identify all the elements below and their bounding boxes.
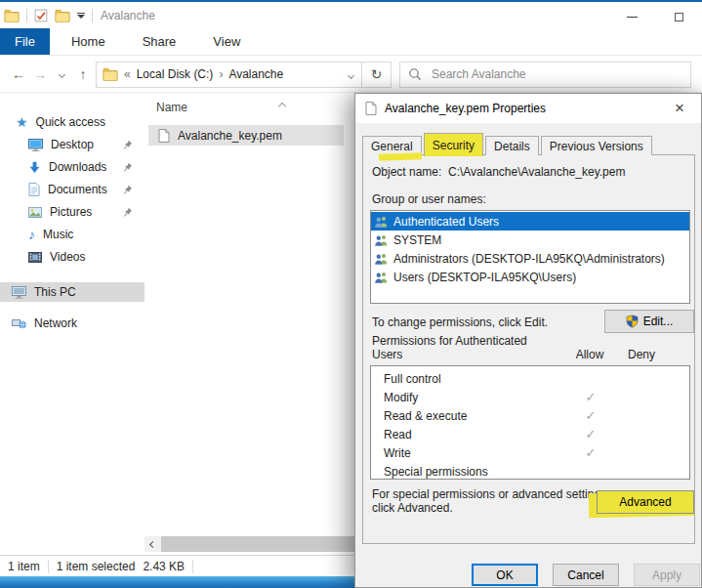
breadcrumb-item-local-disk[interactable]: Local Disk (C:): [137, 67, 214, 81]
address-dropdown-button[interactable]: [349, 67, 355, 81]
dialog-titlebar: Avalanche_key.pem Properties ×: [355, 94, 701, 123]
picture-icon: [28, 207, 42, 218]
edit-button[interactable]: Edit...: [604, 310, 694, 333]
up-button[interactable]: ↑: [72, 66, 94, 82]
group-name: SYSTEM: [393, 233, 441, 247]
sidebar-item-quick-access[interactable]: ★ Quick access: [0, 112, 145, 132]
column-header-name[interactable]: Name: [156, 101, 187, 114]
breadcrumb-separator: ›: [219, 67, 223, 81]
group-name: Administrators (DESKTOP-ILA95KQ\Administ…: [393, 252, 665, 266]
breadcrumb[interactable]: « Local Disk (C:) › Avalanche: [96, 62, 362, 88]
group-row-administrators[interactable]: Administrators (DESKTOP-ILA95KQ\Administ…: [371, 249, 689, 268]
permission-row-read: Read ✓: [371, 425, 689, 443]
qat-newfolder-button[interactable]: [55, 9, 70, 22]
ribbon-tab-share[interactable]: Share: [127, 28, 192, 55]
file-icon: [158, 129, 170, 143]
sidebar-item-music[interactable]: ♪ Music: [0, 225, 145, 244]
sidebar-item-videos[interactable]: Videos: [0, 247, 145, 267]
user-group-icon: [374, 272, 389, 283]
ribbon-tab-view[interactable]: View: [197, 28, 256, 55]
permission-row-full-control: Full control: [371, 369, 689, 388]
ribbon-tab-file[interactable]: File: [0, 28, 50, 55]
tab-previous-versions[interactable]: Previous Versions: [541, 136, 652, 155]
document-icon: [28, 183, 40, 196]
allow-checkmark: ✓: [571, 408, 610, 423]
sidebar-item-pictures[interactable]: Pictures: [0, 202, 145, 222]
tab-details[interactable]: Details: [485, 136, 539, 155]
status-separator: [192, 560, 193, 573]
scrollbar-thumb[interactable]: [161, 536, 354, 552]
address-toolbar: ← → ↑ « Local Disk (C:) › Avalanche ↻: [0, 57, 702, 93]
window-title: Avalanche: [101, 9, 155, 22]
allow-checkmark: ✓: [571, 427, 610, 441]
edit-button-label: Edit...: [643, 315, 674, 328]
advanced-button[interactable]: Advanced: [597, 490, 694, 514]
dialog-title: Avalanche_key.pem Properties: [385, 102, 546, 115]
user-group-icon: [374, 253, 389, 265]
group-name: Authenticated Users: [393, 215, 499, 229]
status-file-size: 2.43 KB: [143, 560, 192, 573]
pin-icon: [123, 207, 133, 217]
group-row-authenticated-users[interactable]: Authenticated Users: [371, 212, 689, 231]
uac-shield-icon: [626, 315, 639, 328]
ribbon-tab-home[interactable]: Home: [56, 28, 121, 55]
object-name-value: C:\Avalanche\Avalanche_key.pem: [448, 165, 625, 179]
sidebar-item-label: Quick access: [36, 115, 105, 129]
search-box[interactable]: [399, 62, 691, 88]
search-input[interactable]: [430, 66, 682, 82]
forward-button[interactable]: →: [29, 66, 51, 82]
sidebar-item-label: Desktop: [51, 138, 94, 151]
scroll-left-button[interactable]: [145, 536, 161, 552]
window-titlebar: Avalanche: [0, 2, 702, 28]
sidebar-item-label: This PC: [34, 285, 76, 299]
sidebar-item-documents[interactable]: Documents: [0, 180, 145, 199]
group-list-label: Group or user names:: [372, 192, 486, 206]
permission-row-modify: Modify ✓: [371, 388, 689, 406]
tab-security[interactable]: Security: [424, 133, 483, 156]
breadcrumb-overflow[interactable]: «: [124, 67, 131, 81]
maximize-button[interactable]: [655, 4, 702, 30]
file-row[interactable]: Avalanche_key.pem: [148, 125, 344, 146]
recent-locations-button[interactable]: [51, 72, 72, 77]
group-row-system[interactable]: SYSTEM: [371, 231, 689, 249]
status-selection-count: 1 item selected: [49, 560, 144, 573]
minimize-button[interactable]: [608, 4, 655, 30]
file-icon: [365, 102, 377, 115]
horizontal-scrollbar[interactable]: [145, 536, 354, 552]
search-icon: [408, 67, 422, 81]
permissions-list[interactable]: Full control Modify ✓ Read & execute ✓ R…: [370, 365, 690, 480]
group-list[interactable]: Authenticated Users SYSTEM Administrator…: [370, 210, 690, 304]
desktop-icon: [28, 139, 43, 151]
allow-checkmark: ✓: [571, 390, 610, 404]
group-row-users[interactable]: Users (DESKTOP-ILA95KQ\Users): [371, 268, 689, 286]
file-list-pane: Name Avalanche_key.pem: [145, 93, 354, 555]
computer-icon: [12, 286, 26, 299]
qat-separator: [92, 9, 93, 22]
ok-button[interactable]: OK: [472, 564, 538, 586]
back-button[interactable]: ←: [8, 66, 29, 82]
properties-dialog: Avalanche_key.pem Properties × General S…: [354, 93, 702, 588]
breadcrumb-item-avalanche[interactable]: Avalanche: [228, 67, 283, 81]
maximize-icon: [675, 13, 683, 21]
sidebar-item-desktop[interactable]: Desktop: [0, 135, 145, 154]
window-controls: [608, 4, 702, 30]
edit-hint-text: To change permissions, click Edit.: [372, 315, 548, 329]
pin-icon: [123, 162, 133, 172]
permission-row-read-execute: Read & execute ✓: [371, 406, 689, 425]
breadcrumb-folder-icon: [103, 67, 118, 81]
status-item-count: 1 item: [0, 560, 48, 573]
dialog-close-button[interactable]: ×: [668, 97, 691, 120]
sort-ascending-icon[interactable]: [279, 96, 285, 113]
refresh-button[interactable]: ↻: [362, 62, 392, 88]
sidebar-item-this-pc[interactable]: This PC: [0, 282, 145, 302]
qat-properties-button[interactable]: [34, 9, 48, 22]
file-name: Avalanche_key.pem: [178, 129, 282, 143]
qat-customize-button[interactable]: [77, 13, 85, 19]
sidebar-item-network[interactable]: Network: [0, 314, 145, 333]
user-group-icon: [374, 234, 389, 246]
permissions-label: Permissions for Authenticated Users: [372, 334, 527, 361]
sidebar-item-label: Network: [34, 316, 77, 330]
sidebar-item-downloads[interactable]: Downloads: [0, 157, 145, 177]
cancel-button[interactable]: Cancel: [553, 564, 619, 586]
pin-icon: [123, 185, 133, 194]
